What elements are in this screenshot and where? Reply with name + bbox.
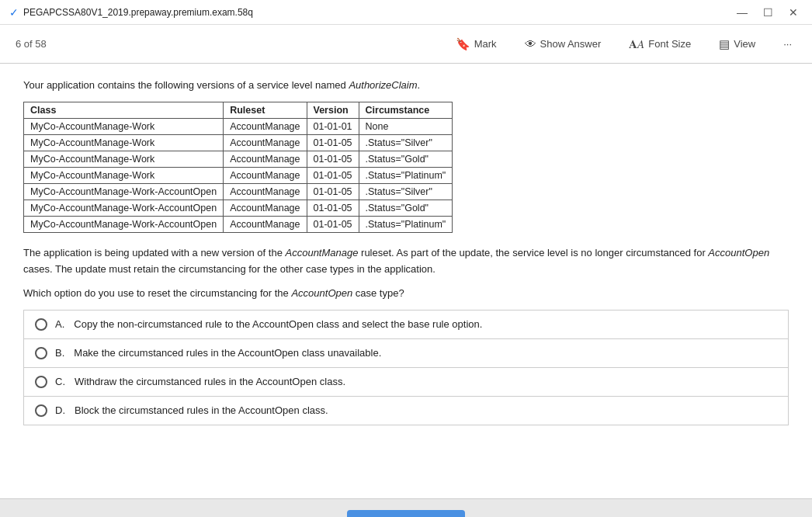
table-cell: AccountManage: [224, 135, 307, 151]
table-cell: 01-01-05: [307, 168, 359, 184]
radio-b[interactable]: [35, 347, 47, 359]
table-cell: 01-01-05: [307, 151, 359, 168]
table-cell: 01-01-05: [307, 184, 359, 200]
intro-italic: AuthorizeClaim: [349, 79, 417, 91]
intro-text-part1: Your application contains the following …: [23, 79, 349, 91]
option-text-d: Block the circumstanced rules in the Acc…: [75, 404, 328, 416]
title-bar: ✓ PEGAPCSSA80V1_2019.prepaway.premium.ex…: [0, 0, 812, 25]
answer-option-d[interactable]: D.Block the circumstanced rules in the A…: [23, 396, 789, 425]
table-cell: AccountManage: [224, 119, 307, 135]
table-cell: MyCo-AccountManage-Work-AccountOpen: [24, 184, 224, 200]
table-cell: MyCo-AccountManage-Work: [24, 151, 224, 168]
table-row: MyCo-AccountManage-Work-AccountOpenAccou…: [24, 200, 453, 217]
table-cell: .Status="Silver": [359, 135, 453, 151]
option-text-b: Make the circumstanced rules in the Acco…: [74, 347, 381, 359]
font-size-button[interactable]: 𝐀𝐴 Font Size: [624, 34, 696, 54]
intro-paragraph: Your application contains the following …: [23, 79, 789, 91]
desc-part2: ruleset. As part of the update, the serv…: [358, 247, 708, 258]
table-cell: 01-01-01: [307, 119, 359, 135]
radio-d[interactable]: [35, 404, 47, 417]
answer-option-c[interactable]: C.Withdraw the circumstanced rules in th…: [23, 367, 789, 396]
table-cell: AccountManage: [224, 168, 307, 184]
answer-option-a[interactable]: A.Copy the non-circumstanced rule to the…: [23, 310, 789, 338]
option-text-c: Withdraw the circumstanced rules in the …: [75, 376, 345, 387]
option-text-a: Copy the non-circumstanced rule to the A…: [74, 318, 482, 330]
main-content: Your application contains the following …: [0, 64, 812, 498]
table-row: MyCo-AccountManage-WorkAccountManage01-0…: [24, 168, 453, 184]
radio-c[interactable]: [35, 376, 47, 388]
table-row: MyCo-AccountManage-Work-AccountOpenAccou…: [24, 184, 453, 200]
table-cell: MyCo-AccountManage-Work: [24, 135, 224, 151]
show-answer-label: Show Answer: [540, 38, 602, 50]
desc-italic2: AccountOpen: [708, 247, 769, 258]
question-count: 6 of 58: [16, 38, 47, 50]
table-row: MyCo-AccountManage-Work-AccountOpenAccou…: [24, 217, 453, 233]
table-cell: None: [359, 119, 453, 135]
minimize-button[interactable]: —: [732, 5, 752, 20]
font-size-label: Font Size: [648, 38, 691, 50]
answer-option-b[interactable]: B.Make the circumstanced rules in the Ac…: [23, 338, 789, 367]
table-row: MyCo-AccountManage-WorkAccountManage01-0…: [24, 119, 453, 135]
table-cell: .Status="Platinum": [359, 217, 453, 233]
title-bar-left: ✓ PEGAPCSSA80V1_2019.prepaway.premium.ex…: [9, 6, 253, 19]
table-cell: AccountManage: [224, 200, 307, 217]
table-cell: AccountManage: [224, 151, 307, 168]
table-cell: AccountManage: [224, 184, 307, 200]
table-row: MyCo-AccountManage-WorkAccountManage01-0…: [24, 151, 453, 168]
view-icon: ▤: [719, 37, 730, 51]
table-cell: MyCo-AccountManage-Work: [24, 168, 224, 184]
mark-button[interactable]: 🔖 Mark: [451, 34, 501, 54]
mark-label: Mark: [474, 38, 497, 50]
question-paragraph: Which option do you use to reset the cir…: [23, 287, 789, 299]
table-cell: .Status="Platinum": [359, 168, 453, 184]
more-label: ···: [783, 38, 792, 50]
mark-icon: 🔖: [456, 37, 470, 51]
option-letter-a: A.: [55, 318, 64, 330]
toolbar: 6 of 58 🔖 Mark 👁 Show Answer 𝐀𝐴 Font Siz…: [0, 25, 812, 64]
option-letter-d: D.: [55, 404, 65, 416]
table-cell: .Status="Gold": [359, 151, 453, 168]
check-icon: ✓: [9, 6, 19, 19]
table-cell: 01-01-05: [307, 217, 359, 233]
view-label: View: [734, 38, 755, 50]
desc-part1: The application is being updated with a …: [23, 247, 286, 258]
col-ruleset: Ruleset: [224, 102, 307, 119]
table-cell: 01-01-05: [307, 135, 359, 151]
intro-period: .: [418, 79, 421, 91]
question-part2: case type?: [352, 287, 404, 299]
question-part1: Which option do you use to reset the cir…: [23, 287, 291, 299]
view-button[interactable]: ▤ View: [714, 34, 760, 54]
table-cell: MyCo-AccountManage-Work-AccountOpen: [24, 200, 224, 217]
show-answer-icon: 👁: [525, 37, 536, 50]
table-header-row: Class Ruleset Version Circumstance: [24, 102, 453, 119]
data-table: Class Ruleset Version Circumstance MyCo-…: [23, 102, 453, 233]
close-button[interactable]: ✕: [784, 5, 803, 20]
col-version: Version: [307, 102, 359, 119]
option-letter-c: C.: [55, 376, 65, 387]
answer-options: A.Copy the non-circumstanced rule to the…: [23, 310, 789, 425]
desc-italic1: AccountManage: [286, 247, 359, 258]
prev-button[interactable]: ‹ Prev: [347, 510, 406, 517]
maximize-button[interactable]: ☐: [758, 5, 778, 20]
table-cell: MyCo-AccountManage-Work-AccountOpen: [24, 217, 224, 233]
desc-part3: cases. The update must retain the circum…: [23, 263, 435, 275]
radio-a[interactable]: [35, 318, 47, 331]
show-answer-button[interactable]: 👁 Show Answer: [520, 34, 606, 54]
font-size-icon: 𝐀𝐴: [629, 37, 644, 51]
table-row: MyCo-AccountManage-WorkAccountManage01-0…: [24, 135, 453, 151]
col-class: Class: [24, 102, 224, 119]
bottom-bar: ‹ Prev Next ›: [0, 498, 812, 517]
table-cell: MyCo-AccountManage-Work: [24, 119, 224, 135]
more-button[interactable]: ···: [779, 35, 796, 53]
option-letter-b: B.: [55, 347, 64, 359]
table-cell: 01-01-05: [307, 200, 359, 217]
window-title: PEGAPCSSA80V1_2019.prepaway.premium.exam…: [23, 7, 253, 18]
toolbar-right: 🔖 Mark 👁 Show Answer 𝐀𝐴 Font Size ▤ View…: [451, 34, 796, 54]
next-button[interactable]: Next ›: [406, 510, 465, 517]
table-cell: AccountManage: [224, 217, 307, 233]
title-bar-right: — ☐ ✕: [732, 5, 803, 20]
col-circumstance: Circumstance: [359, 102, 453, 119]
table-cell: .Status="Gold": [359, 200, 453, 217]
table-cell: .Status="Silver": [359, 184, 453, 200]
description-paragraph: The application is being updated with a …: [23, 245, 789, 278]
